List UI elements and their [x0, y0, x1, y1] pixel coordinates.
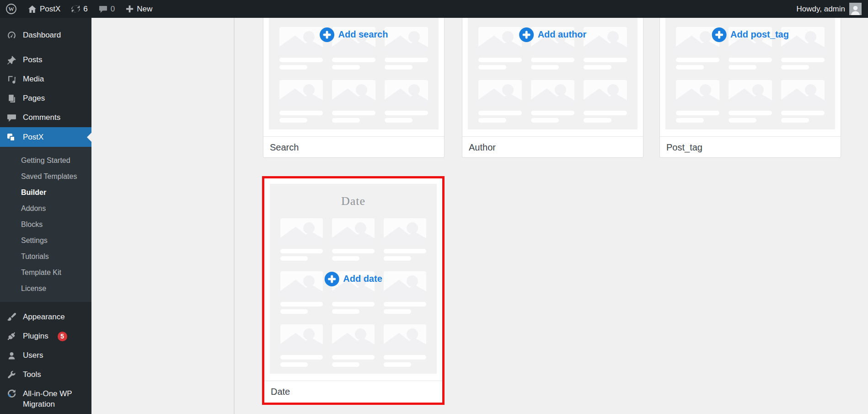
sun-shape: [303, 275, 315, 287]
image-placeholder: [781, 80, 825, 107]
card-label: Post_tag: [660, 136, 841, 158]
mountains-shape: [584, 80, 627, 107]
pushpin-icon: [6, 55, 17, 65]
template-card-post_tag: Add post_tagPost_tag: [659, 18, 841, 158]
sun-shape: [752, 84, 764, 96]
submenu-item-blocks[interactable]: Blocks: [0, 216, 91, 232]
sidebar-item-users[interactable]: Users: [0, 346, 91, 365]
submenu-item-saved-templates[interactable]: Saved Templates: [0, 168, 91, 184]
updates-count: 6: [83, 5, 87, 14]
site-name: PostX: [40, 5, 60, 14]
text-line-placeholder: [332, 118, 360, 123]
image-placeholder: [279, 80, 323, 107]
text-line-placeholder: [279, 111, 323, 115]
post-placeholder: [280, 218, 323, 261]
card-label: Search: [263, 136, 444, 158]
image-placeholder: [332, 324, 375, 351]
mountains-shape: [384, 324, 426, 351]
post-placeholder: [332, 80, 375, 123]
post-placeholder: [385, 80, 428, 123]
image-placeholder: [279, 27, 323, 54]
post-placeholder-grid: [280, 218, 426, 374]
text-line-placeholder: [332, 256, 359, 261]
image-placeholder: [280, 324, 323, 351]
text-line-placeholder: [531, 58, 574, 62]
text-line-placeholder: [729, 58, 772, 62]
admin-bar-left: W PostX 6 0 New: [0, 0, 158, 18]
text-line-placeholder: [332, 362, 359, 367]
template-card-author: Add authorAuthor: [462, 18, 643, 158]
text-line-placeholder: [280, 302, 323, 306]
post-placeholder: [478, 27, 522, 70]
builder-content: Add searchSearchAdd authorAuthorAdd post…: [91, 18, 868, 414]
sidebar-item-migration[interactable]: All-in-One WP Migration: [0, 384, 91, 412]
sidebar-item-posts[interactable]: Posts: [0, 50, 91, 70]
sidebar-item-media[interactable]: Media: [0, 70, 91, 89]
text-line-placeholder: [384, 249, 426, 253]
sidebar-item-appearance[interactable]: Appearance: [0, 307, 91, 327]
add-date-button[interactable]: Add date: [324, 272, 382, 286]
pages-icon: [6, 94, 17, 103]
text-line-placeholder: [279, 118, 307, 123]
comments-link[interactable]: 0: [93, 0, 120, 18]
template-card-date-highlighted: DateAdd dateDate: [262, 176, 445, 405]
submenu-item-template-kit[interactable]: Template Kit: [0, 264, 91, 280]
template-card-search: Add searchSearch: [263, 18, 445, 158]
text-line-placeholder: [781, 118, 809, 123]
text-line-placeholder: [332, 111, 375, 115]
text-line-placeholder: [332, 249, 375, 253]
new-content-menu[interactable]: New: [120, 0, 158, 18]
sidebar-item-comments[interactable]: Comments: [0, 108, 91, 127]
submenu-item-builder[interactable]: Builder: [0, 184, 91, 200]
sun-shape: [355, 328, 366, 340]
submenu-item-tutorials[interactable]: Tutorials: [0, 248, 91, 264]
text-line-placeholder: [729, 118, 756, 123]
plus-circle-icon: [519, 27, 534, 42]
submenu-item-settings[interactable]: Settings: [0, 232, 91, 248]
card-preview: Add search: [269, 18, 439, 129]
sidebar-item-dashboard[interactable]: Dashboard: [0, 26, 91, 45]
submenu-item-addons[interactable]: Addons: [0, 200, 91, 216]
sidebar-item-pages[interactable]: Pages: [0, 89, 91, 108]
add-button-label: Add date: [343, 274, 382, 284]
wordpress-logo-icon: W: [5, 3, 17, 15]
my-account-menu[interactable]: Howdy, admin: [797, 0, 868, 18]
text-line-placeholder: [280, 249, 323, 253]
visit-site-link[interactable]: PostX: [22, 0, 66, 18]
updates-link[interactable]: 6: [66, 0, 93, 18]
text-line-placeholder: [478, 58, 522, 62]
avatar: [849, 3, 862, 15]
wrench-icon: [6, 370, 17, 380]
mountains-shape: [384, 271, 426, 298]
sidebar-item-tools[interactable]: Tools: [0, 365, 91, 384]
text-line-placeholder: [478, 111, 522, 115]
image-placeholder: [531, 80, 574, 107]
add-author-button[interactable]: Add author: [519, 27, 587, 42]
paintbrush-icon: [6, 312, 17, 322]
text-line-placeholder: [385, 58, 428, 62]
post-placeholder: [280, 271, 323, 314]
wordpress-logo-menu[interactable]: W: [0, 0, 22, 18]
text-line-placeholder: [332, 302, 375, 306]
sidebar-item-postx[interactable]: PostX: [0, 127, 91, 147]
text-line-placeholder: [332, 309, 359, 314]
mountains-shape: [280, 271, 323, 298]
text-line-placeholder: [280, 256, 308, 261]
submenu-item-license[interactable]: License: [0, 280, 91, 296]
text-line-placeholder: [531, 111, 574, 115]
post-placeholder: [729, 80, 772, 123]
sidebar-item-plugins[interactable]: Plugins5: [0, 327, 91, 346]
sun-shape: [555, 84, 566, 96]
add-search-button[interactable]: Add search: [320, 27, 388, 42]
mountains-shape: [279, 80, 323, 107]
card-preview: Add post_tag: [665, 18, 835, 129]
text-line-placeholder: [332, 65, 360, 70]
mountains-shape: [676, 80, 719, 107]
post-placeholder: [384, 271, 426, 314]
image-placeholder: [384, 324, 426, 351]
sun-shape: [607, 31, 619, 43]
mountains-shape: [279, 27, 323, 54]
add-post_tag-button[interactable]: Add post_tag: [712, 27, 789, 42]
sun-shape: [408, 84, 420, 96]
submenu-item-getting-started[interactable]: Getting Started: [0, 152, 91, 168]
